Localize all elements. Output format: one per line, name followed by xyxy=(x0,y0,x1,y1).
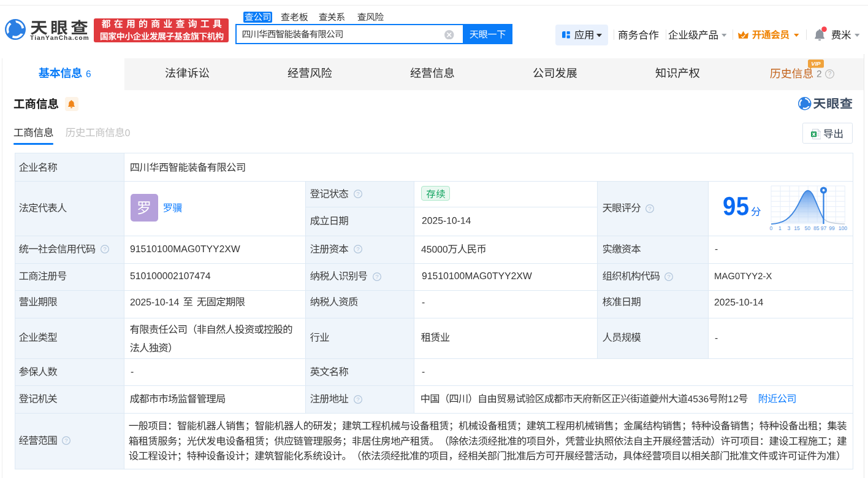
svg-text:?: ? xyxy=(356,191,359,198)
svg-text:85: 85 xyxy=(813,225,819,231)
svg-text:?: ? xyxy=(648,205,651,212)
svg-text:?: ? xyxy=(356,396,359,403)
svg-text:97: 97 xyxy=(820,225,826,231)
svg-text:3: 3 xyxy=(787,225,790,231)
svg-text:?: ? xyxy=(103,246,106,253)
svg-text:?: ? xyxy=(64,438,67,444)
svg-text:15: 15 xyxy=(794,225,800,231)
svg-text:?: ? xyxy=(667,273,670,280)
svg-text:?: ? xyxy=(375,273,378,280)
svg-text:?: ? xyxy=(828,71,832,77)
svg-text:100: 100 xyxy=(838,225,847,231)
svg-text:?: ? xyxy=(356,246,359,253)
svg-text:1: 1 xyxy=(779,225,782,231)
svg-text:99: 99 xyxy=(829,225,835,231)
svg-text:0: 0 xyxy=(769,225,772,231)
svg-text:VIP: VIP xyxy=(811,60,821,67)
svg-text:50: 50 xyxy=(804,225,810,231)
